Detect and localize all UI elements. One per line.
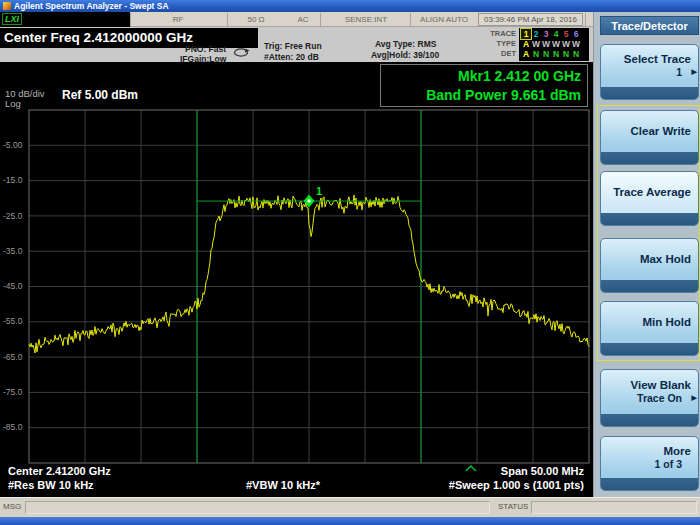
trace-numbers: 123456 — [521, 29, 589, 39]
softkey-more[interactable]: More 1 of 3 — [600, 436, 699, 491]
trace-4-number[interactable]: 4 — [551, 29, 561, 39]
spectrum-analyzer-screen: Agilent Spectrum Analyzer - Swept SA LXI… — [0, 0, 700, 525]
softkey-label: Max Hold — [640, 253, 691, 265]
status-datetime: 03:39:46 PM Apr 18, 2016 — [478, 13, 583, 26]
avg-type-setting: Avg Type: RMS — [375, 39, 436, 49]
msg-label: MSG — [3, 502, 21, 511]
band-power-result: Band Power 9.661 dBm — [381, 86, 581, 105]
vbw-annotation: #VBW 10 kHz* — [246, 479, 320, 491]
ytick-9: -85.0 — [3, 422, 29, 432]
ytick-5: -45.0 — [3, 281, 29, 291]
softkey-trace-average[interactable]: Trace Average — [600, 171, 699, 226]
softkey-menu: Trace/Detector Select Trace 1 ▶ Clear Wr… — [593, 12, 700, 497]
trace-5-number[interactable]: 5 — [561, 29, 571, 39]
softkey-select-trace[interactable]: Select Trace 1 ▶ — [600, 44, 699, 100]
softkey-view-blank[interactable]: View Blank Trace On ▶ — [600, 369, 699, 427]
softkey-label: Trace Average — [613, 186, 691, 198]
trigger-setting: Trig: Free Run — [264, 41, 322, 51]
status-label: STATUS — [498, 502, 528, 511]
settings-row: Center Freq 2.412000000 GHz PNO: Fast IF… — [0, 27, 593, 62]
app-icon — [3, 2, 11, 10]
ytick-1: -5.00 — [3, 140, 29, 150]
ytick-7: -65.0 — [3, 352, 29, 362]
trace-2-number[interactable]: 2 — [531, 29, 541, 39]
sweep-progress-caret — [466, 466, 476, 471]
status-field — [531, 501, 697, 514]
marker-frequency: Mkr1 2.412 00 GHz — [381, 67, 581, 86]
ytick-8: -75.0 — [3, 387, 29, 397]
softkey-value: Trace On — [637, 392, 691, 404]
softkey-clear-write[interactable]: Clear Write — [600, 110, 699, 165]
trace-legend: 123456 AWWWWW ANNNNN — [519, 28, 589, 61]
message-bar: MSG STATUS — [0, 497, 700, 517]
softkey-label: View Blank — [630, 379, 691, 391]
center-freq-annotation: Center 2.41200 GHz — [8, 465, 111, 477]
sweep-annotation: #Sweep 1.000 s (1001 pts) — [449, 479, 584, 491]
atten-setting: #Atten: 20 dB — [264, 52, 319, 62]
status-rf: RF — [130, 12, 226, 27]
status-impedance: 50 Ω — [233, 12, 279, 27]
ytick-4: -35.0 — [3, 246, 29, 256]
marker-readout: Mkr1 2.412 00 GHz Band Power 9.661 dBm — [380, 64, 588, 107]
softkey-label: More — [664, 445, 691, 457]
softkey-label: Select Trace — [624, 53, 691, 65]
menu-title: Trace/Detector — [600, 16, 699, 35]
span-annotation: Span 50.00 MHz — [501, 465, 584, 477]
marker-number-label: 1 — [316, 185, 322, 197]
det-label: DET — [478, 49, 516, 59]
ref-level-label: Ref 5.00 dBm — [62, 88, 138, 102]
softkey-value: 1 of 3 — [655, 458, 691, 470]
chevron-right-icon: ▶ — [692, 68, 697, 76]
continuous-sweep-icon — [233, 44, 250, 62]
softkey-value: 1 — [676, 66, 691, 78]
softkey-label: Clear Write — [630, 125, 691, 137]
spectrum-plot: 1 — [0, 62, 593, 497]
rbw-annotation: #Res BW 10 kHz — [8, 479, 94, 491]
softkey-max-hold[interactable]: Max Hold — [600, 238, 699, 293]
window-title: Agilent Spectrum Analyzer - Swept SA — [14, 1, 169, 11]
status-align: ALIGN AUTO — [410, 12, 478, 27]
log-scale-label: Log — [5, 98, 21, 109]
pno-setting: PNO: Fast — [185, 44, 226, 54]
status-coupling: AC — [288, 12, 318, 27]
type-label: TYPE — [478, 39, 516, 49]
avg-hold-count: Avg|Hold: 39/100 — [371, 50, 439, 60]
chevron-right-icon: ▶ — [692, 394, 697, 402]
marker-center-dot — [307, 199, 310, 202]
softkey-label: Min Hold — [642, 316, 691, 328]
trace-legend-labels: TRACE TYPE DET — [478, 29, 516, 59]
trace-label: TRACE — [478, 29, 516, 39]
trace-3-number[interactable]: 3 — [541, 29, 551, 39]
lxi-cell: LXI — [0, 12, 130, 27]
softkey-min-hold[interactable]: Min Hold — [600, 301, 699, 356]
ytick-3: -25.0 — [3, 211, 29, 221]
measurement-display: 1 Mkr1 2.412 00 GHz Band Power 9.661 dBm… — [0, 62, 593, 497]
msg-field — [25, 501, 490, 514]
status-sense: SENSE:INT — [322, 12, 410, 27]
ytick-6: -55.0 — [3, 316, 29, 326]
ytick-2: -15.0 — [3, 175, 29, 185]
trace-6-number[interactable]: 6 — [571, 29, 581, 39]
bottom-accent-strip — [0, 517, 700, 525]
trace-1-number[interactable]: 1 — [521, 29, 531, 39]
trace-detectors: ANNNNN — [521, 49, 589, 59]
lxi-badge: LXI — [2, 13, 22, 25]
trace-types: AWWWWW — [521, 39, 589, 49]
window-titlebar: Agilent Spectrum Analyzer - Swept SA — [0, 0, 700, 12]
